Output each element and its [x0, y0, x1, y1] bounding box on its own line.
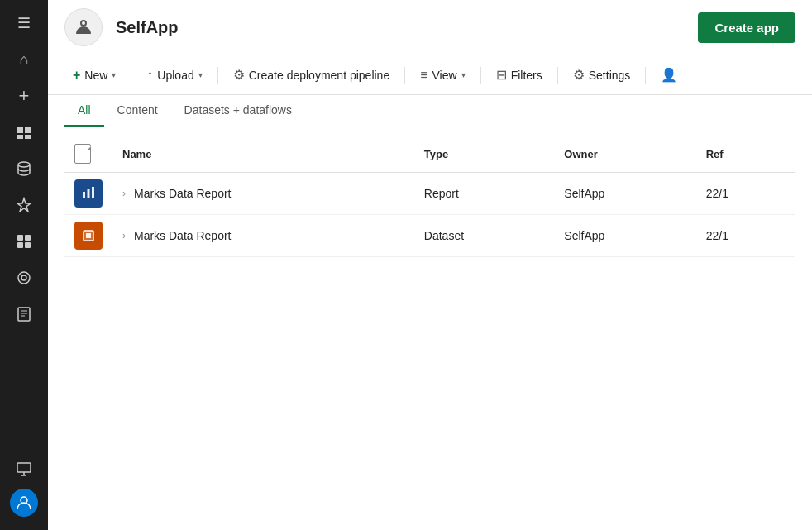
separator-1	[131, 67, 131, 84]
items-table: Name Type Owner Ref	[64, 136, 795, 257]
app-title: SelfApp	[116, 18, 179, 37]
row1-name-cell: › Marks Data Report	[112, 173, 414, 215]
separator-5	[557, 67, 558, 84]
new-chevron-icon: ▾	[112, 70, 116, 79]
separator-2	[217, 67, 218, 84]
row2-owner-cell: SelfApp	[554, 215, 695, 257]
row2-icon-cell	[64, 215, 112, 257]
view-chevron-icon: ▾	[461, 70, 466, 79]
nav-hamburger[interactable]: ☰	[7, 7, 41, 40]
table-header-row: Name Type Owner Ref	[64, 136, 795, 173]
page-header: SelfApp Create app	[48, 0, 812, 55]
report-icon	[74, 179, 103, 208]
upload-label: Upload	[157, 69, 193, 82]
svg-rect-7	[18, 308, 30, 321]
nav-browse[interactable]	[7, 116, 41, 149]
row1-refreshed-cell: 22/1	[696, 173, 795, 215]
create-app-button[interactable]: Create app	[698, 12, 795, 43]
user-avatar[interactable]	[10, 489, 38, 517]
row2-prefix: ›	[122, 230, 126, 241]
app-logo	[64, 8, 103, 46]
svg-point-11	[82, 21, 85, 25]
row1-icon-cell	[64, 173, 112, 215]
col-type-header[interactable]: Type	[414, 136, 555, 173]
svg-point-6	[21, 275, 26, 280]
separator-4	[480, 67, 481, 84]
row2-name-cell: › Marks Data Report	[112, 215, 414, 257]
table-row[interactable]: › Marks Data Report Dataset SelfApp 22/1	[64, 215, 795, 257]
upload-chevron-icon: ▾	[198, 70, 203, 79]
svg-rect-12	[83, 192, 85, 198]
row1-name[interactable]: Marks Data Report	[134, 187, 231, 200]
plus-icon: +	[73, 68, 80, 83]
col-name-header[interactable]: Name	[112, 136, 414, 173]
nav-data[interactable]	[7, 152, 41, 185]
svg-rect-14	[92, 187, 94, 198]
svg-rect-1	[17, 235, 23, 241]
view-icon: ≡	[420, 68, 427, 83]
view-label: View	[432, 69, 457, 82]
tab-all[interactable]: All	[64, 95, 104, 127]
col-refreshed-header[interactable]: Ref	[696, 136, 795, 173]
row2-type-cell: Dataset	[414, 215, 555, 257]
nav-learn[interactable]	[7, 298, 41, 331]
svg-rect-4	[25, 242, 31, 248]
upload-icon: ↑	[146, 68, 153, 83]
row1-owner-cell: SelfApp	[554, 173, 695, 215]
settings-icon: ⚙	[573, 67, 585, 83]
create-pipeline-label: Create deployment pipeline	[249, 69, 389, 82]
main-content: SelfApp Create app + New ▾ ↑ Upload ▾ ⚙ …	[48, 0, 812, 530]
tab-bar: All Content Datasets + dataflows	[48, 95, 812, 127]
nav-rail: ☰ ⌂ +	[0, 0, 48, 530]
separator-6	[645, 67, 646, 84]
svg-rect-8	[17, 463, 31, 472]
separator-3	[404, 67, 405, 84]
settings-label: Settings	[589, 69, 631, 82]
upload-button[interactable]: ↑ Upload ▾	[138, 63, 210, 88]
nav-monitor[interactable]	[7, 261, 41, 294]
nav-monitor-screen[interactable]	[7, 452, 41, 485]
svg-rect-13	[88, 189, 90, 198]
svg-rect-17	[86, 233, 91, 238]
nav-create[interactable]: +	[7, 79, 41, 112]
nav-goals[interactable]	[7, 189, 41, 222]
pipeline-icon: ⚙	[233, 67, 245, 83]
row1-prefix: ›	[122, 188, 126, 199]
row2-name[interactable]: Marks Data Report	[134, 229, 231, 242]
new-label: New	[84, 69, 107, 82]
view-button[interactable]: ≡ View ▾	[412, 63, 473, 88]
col-owner-header[interactable]: Owner	[554, 136, 695, 173]
dataset-icon	[74, 222, 103, 250]
tab-datasets[interactable]: Datasets + dataflows	[171, 95, 305, 127]
create-pipeline-button[interactable]: ⚙ Create deployment pipeline	[225, 62, 398, 88]
svg-rect-3	[17, 242, 23, 248]
share-button[interactable]: 👤	[652, 62, 685, 88]
table-row[interactable]: › Marks Data Report Report SelfApp 22/1	[64, 173, 795, 215]
svg-rect-2	[25, 235, 31, 241]
toolbar: + New ▾ ↑ Upload ▾ ⚙ Create deployment p…	[48, 55, 812, 95]
svg-point-5	[18, 272, 30, 284]
row1-type-cell: Report	[414, 173, 555, 215]
filters-label: Filters	[511, 69, 542, 82]
content-area: Name Type Owner Ref	[48, 127, 812, 530]
row2-refreshed-cell: 22/1	[696, 215, 795, 257]
filters-icon: ⊟	[496, 67, 507, 83]
nav-apps[interactable]	[7, 225, 41, 258]
svg-point-0	[18, 162, 30, 167]
tab-content[interactable]: Content	[104, 95, 171, 127]
share-icon: 👤	[661, 67, 677, 83]
filters-button[interactable]: ⊟ Filters	[488, 62, 551, 88]
col-icon-header	[64, 136, 112, 173]
settings-button[interactable]: ⚙ Settings	[565, 62, 639, 88]
new-button[interactable]: + New ▾	[64, 63, 124, 88]
nav-home[interactable]: ⌂	[7, 43, 41, 76]
